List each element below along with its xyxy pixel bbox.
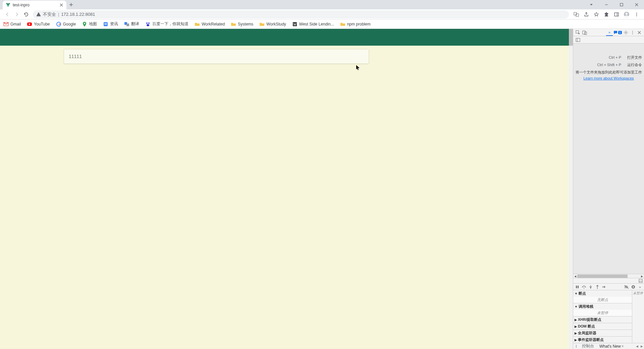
tab-title: test-inpro xyxy=(13,3,59,7)
separator: | xyxy=(58,12,59,17)
window-close-button[interactable] xyxy=(629,0,644,9)
window-maximize-button[interactable] xyxy=(614,0,629,9)
svg-point-19 xyxy=(146,22,148,24)
hint-drop-folder: 将一个文件夹拖放到此处即可添加至工作 xyxy=(575,70,642,75)
step-icon[interactable] xyxy=(601,284,607,290)
close-icon[interactable]: × xyxy=(622,344,624,349)
devtools-close-icon[interactable] xyxy=(636,29,643,36)
callstack-section[interactable]: ▼调用堆栈 未暂停 xyxy=(573,303,632,316)
messages-button[interactable]: 1 xyxy=(613,31,622,35)
chrome-menu-icon[interactable] xyxy=(632,10,641,19)
mouse-cursor-icon xyxy=(356,65,360,70)
pause-on-exceptions-icon[interactable] xyxy=(630,284,637,290)
window-minimize-button[interactable] xyxy=(599,0,614,9)
bookmark-npm[interactable]: npm problem xyxy=(340,21,371,27)
vue-favicon-icon xyxy=(5,2,11,8)
bookmark-translate[interactable]: 翻译 xyxy=(124,21,139,27)
extensions-icon[interactable] xyxy=(602,10,611,19)
insecure-icon xyxy=(36,12,41,17)
drawer-menu-icon[interactable] xyxy=(573,345,579,348)
svg-point-38 xyxy=(597,288,598,289)
svg-point-6 xyxy=(626,13,628,15)
nav-back-button[interactable] xyxy=(3,10,12,19)
device-toggle-icon[interactable] xyxy=(581,29,588,36)
deactivate-breakpoints-icon[interactable] xyxy=(623,284,630,290)
address-bar: 不安全 | 172.18.1.22:8081 xyxy=(0,9,644,19)
bookmark-maps[interactable]: 地图 xyxy=(82,21,97,27)
svg-rect-0 xyxy=(620,3,623,6)
bookmark-news[interactable]: 资讯 xyxy=(103,21,118,27)
bookmark-baidu[interactable]: 百度一下，你就知道 xyxy=(145,21,189,27)
svg-rect-32 xyxy=(639,279,642,283)
inspect-element-icon[interactable] xyxy=(575,29,581,36)
step-out-icon[interactable] xyxy=(594,284,601,290)
more-tabs-icon[interactable]: » xyxy=(606,29,613,36)
svg-point-28 xyxy=(632,32,633,33)
svg-rect-15 xyxy=(104,23,107,24)
workspaces-learn-link[interactable]: Learn more about Workspaces xyxy=(575,76,642,80)
url-text: 172.18.1.22:8081 xyxy=(61,12,95,17)
page-vertical-scrollbar[interactable] xyxy=(569,29,573,349)
page-viewport: 11111 xyxy=(0,29,573,349)
site-icon xyxy=(292,21,298,27)
translate-icon[interactable] xyxy=(572,10,581,19)
nav-forward-button[interactable] xyxy=(12,10,21,19)
step-into-icon[interactable] xyxy=(587,284,594,290)
folder-icon xyxy=(340,21,345,27)
drawer-scroll-left-icon[interactable]: ◀ xyxy=(635,345,639,348)
browser-tab-bar: test-inpro xyxy=(0,0,644,9)
bookmark-westside[interactable]: West Side Lendin... xyxy=(292,21,334,27)
devtools-horizontal-scrollbar[interactable]: ◀ ▶ xyxy=(573,274,644,278)
event-listener-breakpoints-section[interactable]: ▶事件监听器断点 xyxy=(573,336,632,343)
sources-navigator-icon[interactable] xyxy=(575,37,581,43)
profile-avatar-icon[interactable] xyxy=(622,10,631,19)
address-field[interactable]: 不安全 | 172.18.1.22:8081 xyxy=(33,10,569,18)
window-controls xyxy=(584,0,644,9)
dom-breakpoints-section[interactable]: ▶DOM 断点 xyxy=(573,323,632,330)
tab-close-icon[interactable] xyxy=(59,3,64,7)
bookmark-systems[interactable]: Systems xyxy=(231,21,253,27)
devtools-panel: » 1 Ctrl + P打开文件 Ctrl + Shift + P运行命令 将一… xyxy=(573,29,644,349)
nav-reload-button[interactable] xyxy=(21,10,31,19)
step-over-icon[interactable] xyxy=(581,284,587,290)
share-icon[interactable] xyxy=(582,10,591,19)
bookmark-youtube[interactable]: YouTube xyxy=(27,21,50,27)
svg-rect-35 xyxy=(578,286,579,288)
xhr-section[interactable]: ▶XHR/提取断点 xyxy=(573,316,632,323)
new-tab-button[interactable] xyxy=(66,0,76,9)
devtools-toolbar: » 1 xyxy=(573,29,644,36)
page-box-text: 11111 xyxy=(69,54,82,59)
svg-point-8 xyxy=(636,14,637,14)
devtools-expand-icon[interactable] xyxy=(573,278,644,283)
drawer-scroll-right-icon[interactable]: ▶ xyxy=(639,345,644,348)
youtube-icon xyxy=(27,21,32,27)
drawer-whatsnew-tab[interactable]: What's New× xyxy=(597,343,627,349)
svg-rect-16 xyxy=(104,24,107,25)
bookmark-gmail[interactable]: Gmail xyxy=(3,21,21,27)
drawer-console-tab[interactable]: 控制台 xyxy=(579,343,597,349)
scrollbar-thumb[interactable] xyxy=(577,275,628,278)
tab-search-button[interactable] xyxy=(584,0,599,9)
debug-more-icon[interactable]: » xyxy=(637,284,643,290)
scrollbar-thumb[interactable] xyxy=(569,29,573,46)
google-icon xyxy=(56,21,61,27)
devtools-menu-icon[interactable] xyxy=(629,29,636,36)
browser-tab[interactable]: test-inpro xyxy=(3,1,66,9)
scroll-left-icon[interactable]: ◀ xyxy=(573,274,577,278)
bookmark-workstudy[interactable]: WorkStudy xyxy=(259,21,286,27)
page-input-box[interactable]: 11111 xyxy=(64,49,369,64)
folder-icon xyxy=(259,21,265,27)
settings-gear-icon[interactable] xyxy=(623,29,629,36)
debug-controls-bar: » xyxy=(573,283,644,290)
hint-open-file: Ctrl + P打开文件 xyxy=(575,54,642,61)
sidepanel-icon[interactable] xyxy=(612,10,621,19)
breakpoints-section[interactable]: ▼断点 无断点 xyxy=(573,290,632,303)
bookmark-workrelated[interactable]: WorkRelated xyxy=(195,21,225,27)
bookmark-google[interactable]: Google xyxy=(56,21,76,27)
svg-point-39 xyxy=(602,286,603,287)
bookmark-star-icon[interactable] xyxy=(592,10,601,19)
global-listeners-section[interactable]: ▶全局监听器 xyxy=(573,330,632,336)
devtools-subtoolbar xyxy=(573,36,644,44)
scroll-right-icon[interactable]: ▶ xyxy=(640,274,644,278)
pause-icon[interactable] xyxy=(574,284,581,290)
